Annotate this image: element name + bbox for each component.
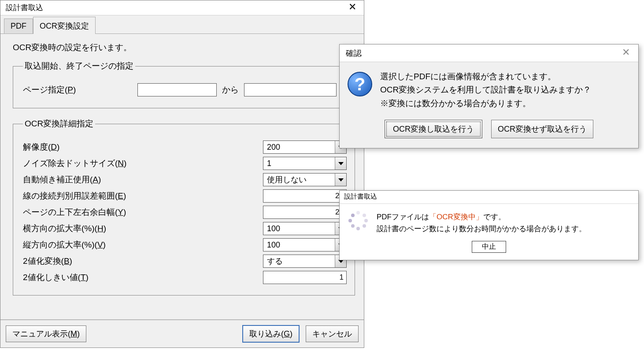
ocr-panel: OCR変換時の設定を行います。 取込開始、終了ページの指定 ページ指定(P) か… xyxy=(0,34,364,310)
chevron-down-icon xyxy=(335,174,346,186)
vscale-label: 縦方向の拡大率(%)(V) xyxy=(23,239,155,251)
progress-line1: PDFファイルは「OCR変換中」です。 xyxy=(377,211,586,223)
import-button[interactable]: 取り込み(G) xyxy=(242,325,300,343)
hscale-value: 100 xyxy=(263,224,335,233)
tab-ocr-settings[interactable]: OCR変換設定 xyxy=(33,17,96,34)
resolution-select[interactable]: 200 xyxy=(263,140,347,154)
confirm-button-bar: OCR変換し取込を行う OCR変換せず取込を行う xyxy=(340,113,638,148)
confirm-body: ? 選択したPDFには画像情報が含まれています。 OCR変換システムを利用して設… xyxy=(340,62,638,113)
tab-pdf[interactable]: PDF xyxy=(4,18,33,33)
progress-message: PDFファイルは「OCR変換中」です。 設計書のページ数により数分お時間がかかる… xyxy=(377,211,586,235)
lineerr-label: 線の接続判別用誤差範囲(E) xyxy=(23,190,155,202)
ocr-import-button[interactable]: OCR変換し取込を行う xyxy=(385,120,482,138)
no-ocr-import-button[interactable]: OCR変換せず取込を行う xyxy=(491,120,593,138)
ocr-intro-text: OCR変換時の設定を行います。 xyxy=(13,42,355,53)
main-titlebar: 設計書取込 ✕ xyxy=(0,0,364,15)
confirm-line1: 選択したPDFには画像情報が含まれています。 xyxy=(380,70,591,83)
autotilt-row: 自動傾き補正使用(A) 使用しない xyxy=(23,173,347,186)
noise-select[interactable]: 1 xyxy=(263,157,347,170)
binarize-label: 2値化変換(B) xyxy=(23,255,155,267)
cancel-button[interactable]: キャンセル xyxy=(306,325,359,342)
margin-row: ページの上下左右余白幅(Y) xyxy=(23,206,347,219)
lineerr-row: 線の接続判別用誤差範囲(E) xyxy=(23,189,347,203)
hscale-label: 横方向の拡大率(%)(H) xyxy=(23,223,155,234)
confirm-dialog: 確認 ✕ ? 選択したPDFには画像情報が含まれています。 OCR変換システムを… xyxy=(339,44,639,148)
vscale-row: 縦方向の拡大率(%)(V) 100 xyxy=(23,238,347,251)
hscale-select[interactable]: 100 xyxy=(263,222,347,235)
ocr-detail-legend: OCR変換詳細指定 xyxy=(23,118,95,129)
vscale-value: 100 xyxy=(263,240,335,250)
noise-label: ノイズ除去ドットサイズ(N) xyxy=(23,158,155,169)
page-range-row: ページ指定(P) から xyxy=(23,83,347,96)
binarize-select[interactable]: する xyxy=(263,255,347,268)
progress-button-bar: 中止 xyxy=(340,238,638,260)
confirm-title: 確認 xyxy=(346,48,362,59)
autotilt-value: 使用しない xyxy=(263,174,335,185)
threshold-label: 2値化しきい値(T) xyxy=(23,272,155,283)
question-icon: ? xyxy=(348,72,372,96)
binarize-row: 2値化変換(B) する xyxy=(23,255,347,268)
threshold-input[interactable] xyxy=(263,271,347,284)
page-from-input[interactable] xyxy=(137,83,217,96)
confirm-line3: ※変換には数分かかる場合があります。 xyxy=(380,97,591,110)
page-range-sep: から xyxy=(222,84,239,96)
noise-value: 1 xyxy=(263,159,335,168)
autotilt-select[interactable]: 使用しない xyxy=(263,173,347,186)
confirm-titlebar: 確認 ✕ xyxy=(340,44,638,62)
noise-row: ノイズ除去ドットサイズ(N) 1 xyxy=(23,157,347,170)
stop-button[interactable]: 中止 xyxy=(472,241,506,253)
margin-label: ページの上下左右余白幅(Y) xyxy=(23,207,155,218)
vscale-select[interactable]: 100 xyxy=(263,238,347,251)
main-button-bar: マニュアル表示(M) 取り込み(G) キャンセル xyxy=(0,319,364,347)
hscale-row: 横方向の拡大率(%)(H) 100 xyxy=(23,222,347,235)
chevron-down-icon xyxy=(335,157,346,170)
tab-bar: PDF OCR変換設定 xyxy=(0,16,364,34)
binarize-value: する xyxy=(263,256,335,266)
progress-titlebar: 設計書取込 xyxy=(340,191,638,204)
lineerr-input[interactable] xyxy=(263,189,347,203)
progress-title: 設計書取込 xyxy=(344,192,377,200)
autotilt-label: 自動傾き補正使用(A) xyxy=(23,174,155,185)
page-to-input[interactable] xyxy=(244,83,337,96)
manual-button[interactable]: マニュアル表示(M) xyxy=(6,325,86,342)
confirm-message: 選択したPDFには画像情報が含まれています。 OCR変換システムを利用して設計書… xyxy=(380,70,591,110)
main-title: 設計書取込 xyxy=(6,3,43,13)
spinner-icon xyxy=(348,211,368,230)
progress-dialog: 設計書取込 PDFファイルは「OCR変換中」です。 設計書のページ数により数分お… xyxy=(339,190,639,260)
resolution-row: 解像度(D) 200 xyxy=(23,140,347,154)
progress-line2: 設計書のページ数により数分お時間がかかる場合があります。 xyxy=(377,223,586,235)
threshold-row: 2値化しきい値(T) xyxy=(23,271,347,284)
progress-body: PDFファイルは「OCR変換中」です。 設計書のページ数により数分お時間がかかる… xyxy=(340,204,638,238)
resolution-value: 200 xyxy=(263,143,335,152)
main-dialog: 設計書取込 ✕ PDF OCR変換設定 OCR変換時の設定を行います。 取込開始… xyxy=(0,0,364,348)
page-range-group: 取込開始、終了ページの指定 ページ指定(P) から xyxy=(13,60,355,108)
page-range-label: ページ指定(P) xyxy=(23,84,137,96)
ocr-detail-group: OCR変換詳細指定 解像度(D) 200 ノイズ除去ドットサイズ(N) 1 xyxy=(13,118,355,296)
margin-input[interactable] xyxy=(263,206,347,219)
resolution-label: 解像度(D) xyxy=(23,141,155,153)
close-icon[interactable]: ✕ xyxy=(344,2,361,14)
page-range-legend: 取込開始、終了ページの指定 xyxy=(23,60,135,72)
confirm-line2: OCR変換システムを利用して設計書を取り込みますか？ xyxy=(380,83,591,96)
close-icon[interactable]: ✕ xyxy=(617,47,635,59)
